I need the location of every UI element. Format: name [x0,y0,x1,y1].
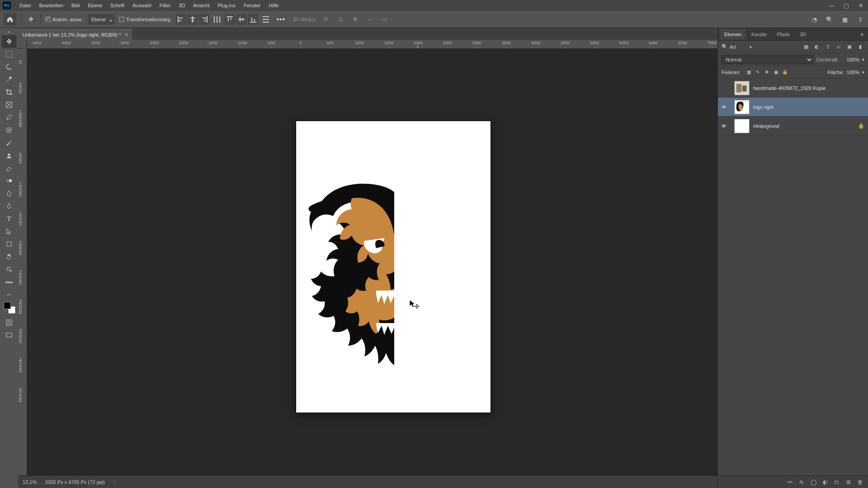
quick-mask-button[interactable] [2,316,16,329]
chevron-down-icon[interactable]: ▾ [862,70,864,75]
menu-auswahl[interactable]: Auswahl [128,0,156,11]
brush-tool[interactable] [2,136,16,149]
menu-bearbeiten[interactable]: Bearbeiten [35,0,67,11]
menu-datei[interactable]: Datei [15,0,35,11]
move-tool[interactable]: ✥ [2,35,16,48]
more-align-button[interactable]: ••• [274,15,288,23]
layer-row[interactable]: handmade-4926872_1920 Kopie [718,79,868,98]
menu-ebene[interactable]: Ebene [84,0,106,11]
window-restore-button[interactable]: ▢ [839,0,854,11]
tool-panel-expand-icon[interactable]: » [0,28,18,35]
filter-smart-icon[interactable]: ▣ [845,43,854,51]
artwork-layer[interactable] [308,182,394,365]
layer-filter-dropdown[interactable]: 🔍 ▾ [722,42,799,52]
layer-thumbnail[interactable] [734,100,750,114]
horizontal-ruler[interactable]: -4500-4000-3500-3000-2500-2000-1500-1000… [27,40,717,49]
align-left-button[interactable] [176,14,186,24]
layer-fx-icon[interactable]: fx [797,478,806,486]
hand-tool[interactable] [2,250,16,263]
distribute-v-button[interactable] [263,16,269,23]
home-button[interactable] [4,13,16,26]
lock-artboard-icon[interactable]: ▣ [772,69,779,76]
type-tool[interactable]: T [2,212,16,225]
magic-wand-tool[interactable] [2,73,16,86]
gradient-tool[interactable] [2,174,16,187]
lock-pixels-icon[interactable]: ✎ [754,69,761,76]
document-info[interactable]: 3300 Px x 4765 Px (72 ppi) [45,479,105,485]
layer-list[interactable]: handmade-4926872_1920 Kopie👁logo right👁H… [718,79,868,475]
artboard[interactable] [296,121,491,413]
window-close-button[interactable]: ✕ [854,0,868,11]
filter-type-icon[interactable]: T [824,43,832,51]
share-icon[interactable]: ⇪ [855,14,865,24]
opacity-value[interactable]: 100% [841,57,859,62]
foreground-background-colors[interactable] [3,301,15,314]
viewport[interactable] [27,49,717,475]
edit-toolbar-button[interactable]: ••• [2,276,16,288]
align-hcenter-button[interactable] [188,14,198,24]
panel-menu-icon[interactable]: ≡ [858,32,866,37]
layer-row[interactable]: 👁Hintergrund🔒 [718,117,868,136]
layer-visibility-toggle[interactable]: 👁 [718,104,731,110]
marquee-tool[interactable] [2,48,16,61]
menu-3d[interactable]: 3D [175,0,189,11]
layer-thumbnail[interactable] [734,81,750,95]
layer-name[interactable]: logo right [753,104,864,110]
document-tab[interactable]: Unbenannt-1 bei 13,1% (logo right, RGB/8… [18,29,133,40]
shape-tool[interactable] [2,238,16,250]
menu-ansicht[interactable]: Ansicht [189,0,213,11]
workspace-icon[interactable]: ▦ [840,14,850,24]
clone-stamp-tool[interactable] [2,149,16,162]
lasso-tool[interactable] [2,61,16,73]
path-select-tool[interactable] [2,225,16,238]
close-tab-button[interactable]: × [125,31,128,38]
menu-hilfe[interactable]: Hilfe [264,0,283,11]
window-minimize-button[interactable]: — [825,0,839,11]
vertical-ruler[interactable]: 0500100005001000150020002500300035004000… [18,49,27,475]
adjustment-layer-icon[interactable]: ◐ [821,478,829,486]
cloud-docs-icon[interactable]: ◔ [809,14,819,24]
filter-shape-icon[interactable]: ▱ [835,43,843,51]
lock-transparency-icon[interactable]: ▩ [745,69,752,76]
show-transform-checkbox[interactable]: Transformationsstrg. [119,17,171,22]
crop-tool[interactable] [2,86,16,99]
filter-toggle-switch[interactable]: ▮ [856,43,864,51]
blur-tool[interactable] [2,187,16,200]
auto-select-target-dropdown[interactable]: Ebene [88,14,114,24]
fill-value[interactable]: 100% [847,70,859,75]
status-info-chevron-icon[interactable]: 〉 [113,479,118,485]
align-top-button[interactable] [225,14,235,24]
lock-position-icon[interactable]: ✥ [763,69,770,76]
menu-schrift[interactable]: Schrift [106,0,128,11]
layer-mask-icon[interactable]: ◯ [809,478,817,486]
layer-visibility-toggle[interactable]: 👁 [718,123,731,129]
move-tool-indicator-icon[interactable]: ✥ [26,14,36,24]
lock-all-icon[interactable]: 🔒 [781,69,788,76]
panel-tab-pfade[interactable]: Pfade [772,29,794,40]
zoom-level[interactable]: 13,1% [23,479,37,485]
panel-tab-ebenen[interactable]: Ebenen [720,29,746,40]
menu-plug-ins[interactable]: Plug-ins [213,0,240,11]
foreground-color-swatch[interactable] [4,302,11,309]
zoom-tool[interactable] [2,263,16,276]
layer-filter-value[interactable] [730,44,748,50]
auto-select-checkbox[interactable]: Autom. ausw.: [45,17,84,22]
frame-tool[interactable] [2,99,16,111]
filter-adjust-icon[interactable]: ◐ [813,43,821,51]
chevron-down-icon[interactable]: ▾ [862,57,864,62]
layer-name[interactable]: handmade-4926872_1920 Kopie [753,85,864,91]
eyedropper-tool[interactable] [2,111,16,124]
link-layers-icon[interactable]: ⚯ [786,478,794,486]
menu-fenster[interactable]: Fenster [240,0,264,11]
eraser-tool[interactable] [2,162,16,174]
ruler-origin[interactable] [18,40,27,49]
distribute-h-button[interactable] [214,16,220,23]
menu-filter[interactable]: Filter [156,0,175,11]
healing-brush-tool[interactable] [2,124,16,136]
panel-tab-kanäle[interactable]: Kanäle [747,29,771,40]
align-vcenter-button[interactable] [236,14,246,24]
new-layer-icon[interactable]: ⊞ [844,478,853,486]
align-right-button[interactable] [199,14,209,24]
new-group-icon[interactable]: 🗀 [833,478,841,486]
delete-layer-icon[interactable]: 🗑 [856,478,864,486]
